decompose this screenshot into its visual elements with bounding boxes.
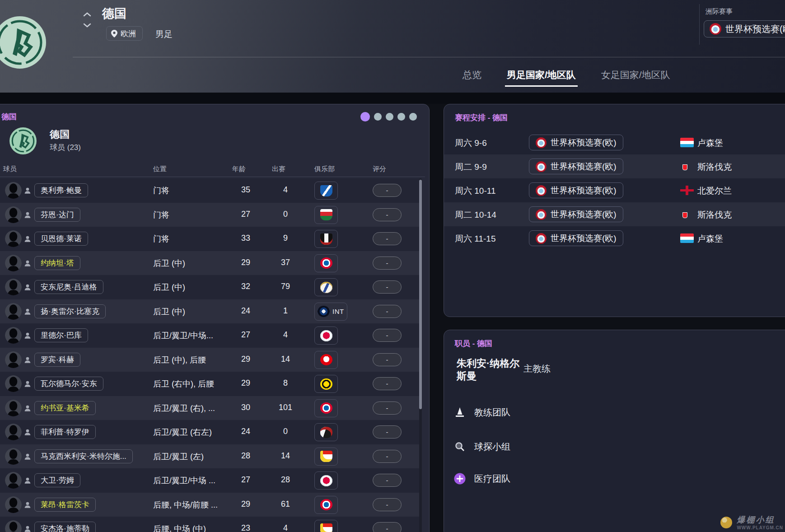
player-row[interactable]: 里德尔·巴库后卫/翼卫/中场...274- (0, 323, 421, 348)
column-header-3[interactable]: 出赛 (272, 165, 285, 173)
player-row[interactable]: 罗宾·科赫后卫 (中), 后腰2914- (0, 348, 421, 372)
fixture-competition-pill[interactable]: 世界杯预选赛(欧) (529, 159, 623, 174)
player-name-pill[interactable]: 里德尔·巴库 (34, 328, 88, 342)
carousel-dot-1[interactable] (374, 113, 382, 121)
player-row[interactable]: 菲利普·特罗伊后卫/翼卫 (右左)240- (0, 420, 421, 444)
carousel-dot-3[interactable] (397, 113, 405, 121)
players-count-label: 球员 (23) (50, 142, 81, 153)
fixture-competition-pill[interactable]: 世界杯预选赛(欧) (529, 182, 623, 198)
watermark: 爆棚小组 WWW.PLAYGM.CN (720, 514, 783, 530)
manager-role-label: 主教练 (523, 363, 551, 375)
carousel-dot-4[interactable] (409, 113, 417, 121)
player-name-pill[interactable]: 罗宾·科赫 (34, 353, 80, 367)
player-name-pill[interactable]: 扬·奥雷尔·比塞克 (34, 304, 106, 318)
fixture-row[interactable]: 周六 9-6世界杯预选赛(欧)卢森堡 (444, 131, 785, 154)
player-name-pill[interactable]: 约书亚·基米希 (34, 401, 96, 415)
player-row[interactable]: 芬恩·达门门将270- (0, 203, 421, 227)
column-header-2[interactable]: 年龄 (232, 165, 246, 173)
player-row[interactable]: 马克西米利安·米特尔施...后卫/翼卫 (左)2814- (0, 444, 421, 469)
club-badge[interactable] (314, 448, 338, 466)
tab-1[interactable]: 男足国家/地区队 (505, 62, 578, 88)
player-name-pill[interactable]: 菲利普·特罗伊 (34, 425, 96, 439)
player-row[interactable]: 瓦尔德马尔·安东后卫 (右中), 后腰298- (0, 372, 421, 396)
manager-name[interactable]: 朱利安·纳格尔斯曼 (457, 357, 521, 383)
player-row[interactable]: 大卫·劳姆后卫/翼卫/中场 ...2728- (0, 468, 421, 493)
player-row[interactable]: 扬·奥雷尔·比塞克后卫 (中)241INT- (0, 299, 421, 324)
staff-item-2[interactable]: 医疗团队 (453, 472, 510, 485)
club-badge[interactable] (314, 351, 338, 369)
player-name-pill[interactable]: 芬恩·达门 (34, 208, 80, 222)
person-icon (23, 308, 32, 316)
club-badge[interactable] (314, 230, 338, 248)
club-badge[interactable] (314, 471, 338, 490)
fixture-opponent[interactable]: 卢森堡 (697, 233, 723, 245)
header-divider (73, 57, 785, 57)
fixture-competition-pill[interactable]: 世界杯预选赛(欧) (529, 230, 623, 246)
chevron-down-icon[interactable] (83, 23, 92, 28)
staff-item-1[interactable]: 球探小组 (453, 440, 510, 453)
player-rating: - (373, 257, 402, 270)
player-name-pill[interactable]: 贝恩德·莱诺 (34, 232, 88, 246)
player-row[interactable]: 约纳坦·塔后卫 (中)2937- (0, 251, 421, 275)
watermark-ball-icon (720, 517, 732, 528)
club-badge[interactable] (314, 254, 338, 272)
leipzig-logo-icon (320, 330, 332, 341)
player-name-pill[interactable]: 瓦尔德马尔·安东 (34, 377, 103, 391)
player-name-pill[interactable]: 大卫·劳姆 (34, 473, 80, 487)
club-badge[interactable] (314, 182, 338, 200)
player-name-pill[interactable]: 奥利弗·鲍曼 (34, 183, 88, 197)
player-row[interactable]: 奥利弗·鲍曼门将354- (0, 178, 421, 203)
column-header-1[interactable]: 位置 (153, 165, 167, 173)
column-header-4[interactable]: 俱乐部 (314, 165, 335, 173)
player-row[interactable]: 约书亚·基米希后卫/翼卫 (右), ...30101- (0, 396, 421, 420)
fixture-competition-pill[interactable]: 世界杯预选赛(欧) (529, 135, 623, 150)
column-header-0[interactable]: 球员 (3, 165, 17, 173)
fixture-opponent[interactable]: 北爱尔兰 (697, 185, 732, 197)
player-row[interactable]: 安东尼奥·吕迪格后卫 (中)3279- (0, 275, 421, 299)
club-badge[interactable] (314, 327, 338, 345)
staff-item-0[interactable]: 教练团队 (453, 406, 510, 419)
player-rating: - (373, 329, 402, 342)
club-badge[interactable] (314, 399, 338, 417)
map-pin-icon (111, 30, 117, 37)
club-badge[interactable]: INT (314, 303, 347, 321)
person-icon (23, 501, 32, 509)
fixture-opponent[interactable]: 斯洛伐克 (697, 209, 732, 221)
table-header-divider (0, 177, 425, 177)
column-header-5[interactable]: 评分 (373, 165, 386, 173)
fixture-row[interactable]: 周二 10-14世界杯预选赛(欧)斯洛伐克 (444, 202, 785, 226)
club-badge[interactable] (314, 520, 338, 532)
fixture-row[interactable]: 周二 9-9世界杯预选赛(欧)斯洛伐克 (444, 154, 785, 178)
fixture-row[interactable]: 周六 11-15世界杯预选赛(欧)卢森堡 (444, 226, 785, 250)
player-rating: - (373, 401, 402, 415)
fixture-opponent[interactable]: 卢森堡 (697, 137, 723, 149)
player-row[interactable]: 贝恩德·莱诺门将339- (0, 227, 421, 251)
hoffenheim-logo-icon (320, 185, 332, 196)
player-name-pill[interactable]: 马克西米利安·米特尔施... (34, 449, 133, 463)
club-badge[interactable] (314, 278, 338, 296)
player-caps: 79 (272, 282, 299, 291)
club-badge[interactable] (314, 206, 338, 224)
tab-0[interactable]: 总览 (461, 62, 483, 88)
carousel-dot-2[interactable] (386, 113, 393, 121)
carousel-dot-0[interactable] (360, 112, 370, 121)
club-badge[interactable] (314, 375, 338, 393)
chevron-up-icon[interactable] (83, 12, 92, 17)
player-name-pill[interactable]: 莱昂·格雷茨卡 (34, 498, 96, 512)
club-badge[interactable] (314, 496, 338, 514)
player-name-pill[interactable]: 安东尼奥·吕迪格 (34, 280, 103, 294)
fixture-opponent[interactable]: 斯洛伐克 (697, 161, 732, 173)
fixture-competition-pill[interactable]: 世界杯预选赛(欧) (529, 206, 623, 222)
squad-scrollbar-handle[interactable] (419, 180, 422, 409)
team-crest[interactable] (9, 127, 37, 155)
player-row[interactable]: 安杰洛·施蒂勒后腰, 中场 (中)234- (0, 517, 421, 532)
world-cup-qualifiers-button[interactable]: 世界杯预选赛(欧) (704, 20, 785, 37)
luxembourg-flag-icon (680, 233, 694, 243)
player-name-pill[interactable]: 安杰洛·施蒂勒 (34, 522, 96, 532)
region-selector[interactable]: 欧洲 (106, 26, 143, 41)
player-name-pill[interactable]: 约纳坦·塔 (34, 256, 80, 270)
player-row[interactable]: 莱昂·格雷茨卡后腰, 中场/前腰 ...2961- (0, 493, 421, 517)
club-badge[interactable] (314, 423, 338, 441)
tab-2[interactable]: 女足国家/地区队 (599, 62, 672, 88)
fixture-row[interactable]: 周六 10-11世界杯预选赛(欧)北爱尔兰 (444, 178, 785, 202)
